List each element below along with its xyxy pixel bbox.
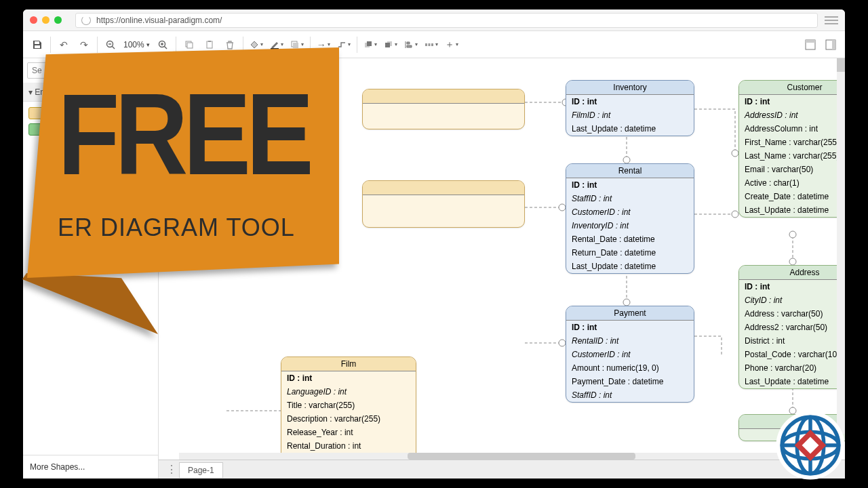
entity-title: Customer	[739, 81, 845, 95]
entity-field: Release_Year : int	[281, 426, 416, 439]
entity-field: Last_Name : varchar(255)	[739, 149, 845, 163]
search-input[interactable]	[27, 62, 154, 79]
svg-rect-14	[428, 43, 430, 46]
entity-field: Last_Update : datetime	[566, 260, 694, 273]
svg-point-25	[789, 258, 796, 265]
entity-field: ID : int	[739, 280, 845, 293]
undo-icon[interactable]: ↶	[54, 35, 74, 55]
entity-field: AddressColumn : int	[739, 122, 845, 136]
svg-rect-15	[431, 43, 433, 46]
entity-field: StaffID : int	[566, 192, 694, 205]
entity-field: Return_Date : datetime	[566, 246, 694, 260]
zoom-level[interactable]: 100%	[121, 40, 153, 49]
minimize-icon[interactable]	[42, 16, 50, 24]
svg-rect-5	[208, 41, 211, 42]
waypoint-icon[interactable]	[334, 35, 354, 55]
url-bar[interactable]: https://online.visual-paradigm.com/	[75, 13, 818, 28]
entity-title: Rental	[566, 164, 694, 178]
entity-field: Last_Update : datetime	[739, 203, 845, 217]
svg-point-28	[559, 204, 566, 211]
entity-field: Address2 : varchar(50)	[739, 321, 845, 334]
svg-rect-4	[207, 41, 212, 48]
entity-field: AddressID : int	[739, 108, 845, 122]
entity-customer[interactable]: Customer ID : intAddressID : intAddressC…	[738, 80, 845, 218]
svg-point-24	[623, 299, 630, 306]
svg-rect-17	[806, 40, 815, 43]
delete-icon[interactable]	[220, 35, 240, 55]
entity-field: ID : int	[281, 371, 416, 385]
align-icon[interactable]	[401, 35, 421, 55]
entity-field: Rental_Duration : int	[281, 439, 416, 453]
fill-color-icon[interactable]	[246, 35, 267, 55]
entity-field: CustomerID : int	[566, 348, 694, 361]
shadow-icon[interactable]	[287, 35, 307, 55]
entity-title: Address	[739, 266, 845, 280]
entity-rental[interactable]: Rental ID : intStaffID : intCustomerID :…	[566, 163, 694, 274]
svg-rect-3	[187, 43, 193, 48]
entity-field: ID : int	[566, 178, 694, 192]
entity-field: Postal_Code : varchar(10)	[739, 348, 845, 361]
entity-field: Payment_Date : datetime	[566, 375, 694, 388]
entity-field: CityID : int	[739, 293, 845, 307]
svg-point-22	[732, 150, 738, 157]
shape-thumb-entity[interactable]	[28, 107, 49, 119]
zoom-in-icon[interactable]	[153, 35, 173, 55]
entity-field: Phone : varchar(20)	[739, 361, 845, 375]
entity-field: Title : varchar(255)	[281, 399, 416, 412]
distribute-icon[interactable]	[421, 35, 441, 55]
entity-field: Email : varchar(50)	[739, 163, 845, 176]
entity-field: Description : varchar(255)	[281, 412, 416, 426]
entity-field: Last_Update : datetime	[566, 122, 694, 136]
refresh-icon[interactable]	[81, 16, 91, 25]
entity-film[interactable]: Film ID : intLanguageID : intTitle : var…	[281, 357, 416, 460]
entity-partial-1[interactable]	[362, 89, 525, 129]
entity-field: Active : char(1)	[739, 176, 845, 190]
paste-icon[interactable]	[199, 35, 220, 55]
svg-rect-6	[271, 48, 279, 49]
svg-rect-19	[832, 40, 835, 49]
entity-field: ID : int	[566, 95, 694, 108]
zoom-out-icon[interactable]	[100, 35, 121, 55]
entity-partial-2[interactable]	[362, 180, 525, 228]
category-header[interactable]: ▾ En	[23, 83, 158, 102]
tofront-icon[interactable]	[360, 35, 380, 55]
svg-rect-13	[425, 43, 427, 46]
entity-field: Address : varchar(50)	[739, 307, 845, 321]
close-icon[interactable]	[30, 16, 37, 24]
entity-payment[interactable]: Payment ID : intRentalID : intCustomerID…	[566, 306, 694, 403]
sidebar: ▾ En More Shapes...	[23, 58, 159, 479]
toback-icon[interactable]	[380, 35, 401, 55]
canvas[interactable]: Film ID : intLanguageID : intTitle : var…	[159, 58, 845, 460]
svg-rect-10	[367, 41, 372, 46]
add-icon[interactable]: ＋	[441, 35, 462, 55]
entity-field: RentalID : int	[566, 334, 694, 348]
entity-address[interactable]: Address ID : intCityID : intAddress : va…	[738, 265, 845, 389]
entity-field: Last_Update : datetime	[739, 375, 845, 388]
titlebar: https://online.visual-paradigm.com/	[23, 9, 845, 31]
redo-icon[interactable]: ↷	[74, 35, 94, 55]
menu-icon[interactable]	[825, 16, 838, 24]
entity-field: CustomerID : int	[566, 205, 694, 219]
entity-field: ID : int	[739, 95, 845, 108]
entity-field: Amount : numeric(19, 0)	[566, 361, 694, 375]
svg-point-29	[559, 340, 566, 346]
more-shapes-button[interactable]: More Shapes...	[23, 455, 158, 479]
outline-panel-icon[interactable]	[821, 35, 841, 55]
add-page-button[interactable]: ⋮	[164, 463, 179, 476]
vertical-scrollbar[interactable]	[837, 58, 845, 434]
entity-inventory[interactable]: Inventory ID : intFilmID : intLast_Updat…	[566, 80, 694, 136]
shape-thumb-entity-alt[interactable]	[28, 123, 49, 136]
format-panel-icon[interactable]	[800, 35, 821, 55]
entity-title: Payment	[566, 306, 694, 321]
page-tabs: ⋮ Page-1	[159, 460, 845, 479]
connector-icon[interactable]: →	[313, 35, 334, 55]
svg-point-26	[789, 231, 796, 238]
entity-title: Film	[281, 357, 416, 371]
entity-field: Create_Date : datetime	[739, 190, 845, 203]
save-icon[interactable]	[27, 35, 47, 55]
line-color-icon[interactable]	[267, 35, 287, 55]
maximize-icon[interactable]	[54, 16, 62, 24]
copy-icon[interactable]	[179, 35, 199, 55]
page-tab[interactable]: Page-1	[179, 462, 223, 478]
horizontal-scrollbar[interactable]	[179, 453, 831, 460]
